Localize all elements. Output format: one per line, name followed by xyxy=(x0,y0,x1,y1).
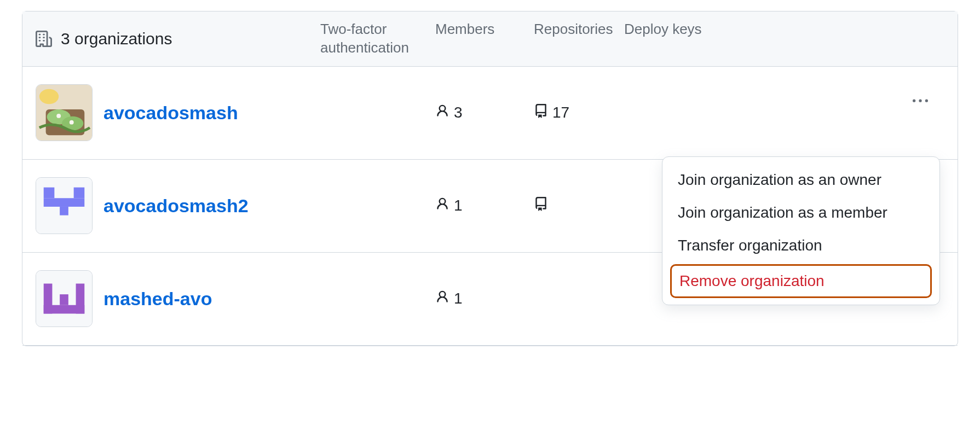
org-main: avocadosmash xyxy=(36,84,320,141)
menu-item-join-owner[interactable]: Join organization as an owner xyxy=(662,164,939,196)
header-title-group: 3 organizations xyxy=(36,30,320,48)
column-header-repositories: Repositories xyxy=(534,20,624,57)
svg-point-1 xyxy=(39,89,59,104)
cell-members: 1 xyxy=(435,197,534,215)
organization-row: avocadosmash 3 17 xyxy=(22,67,958,160)
members-count: 1 xyxy=(454,197,463,214)
organizations-header: 3 organizations Two-factor authenticatio… xyxy=(22,11,958,67)
svg-point-5 xyxy=(56,114,61,118)
org-main: avocadosmash2 xyxy=(36,177,320,234)
org-name-link[interactable]: avocadosmash2 xyxy=(103,195,249,217)
organization-icon xyxy=(36,31,52,47)
svg-rect-9 xyxy=(74,188,85,199)
header-title-text: 3 organizations xyxy=(61,30,172,48)
svg-rect-8 xyxy=(44,188,55,199)
svg-rect-10 xyxy=(44,198,85,207)
column-header-tfa: Two-factor authentication xyxy=(320,20,435,57)
repos-count: 17 xyxy=(552,104,569,121)
menu-item-join-member[interactable]: Join organization as a member xyxy=(662,196,939,229)
person-icon xyxy=(435,290,449,308)
org-columns: 3 17 xyxy=(320,104,944,122)
org-avatar[interactable] xyxy=(36,177,93,234)
menu-item-transfer[interactable]: Transfer organization xyxy=(662,229,939,262)
svg-point-6 xyxy=(70,120,74,125)
org-main: mashed-avo xyxy=(36,270,320,327)
members-count: 3 xyxy=(454,104,463,121)
svg-rect-15 xyxy=(44,305,85,314)
members-count: 1 xyxy=(454,290,463,307)
org-name-link[interactable]: avocadosmash xyxy=(103,102,238,124)
organizations-panel: 3 organizations Two-factor authenticatio… xyxy=(22,11,958,346)
cell-repos xyxy=(534,197,624,215)
repo-icon xyxy=(534,197,548,215)
row-actions-dropdown: Join organization as an owner Join organ… xyxy=(662,156,940,305)
cell-members: 1 xyxy=(435,290,534,308)
menu-item-remove[interactable]: Remove organization xyxy=(670,264,932,298)
header-columns: Two-factor authentication Members Reposi… xyxy=(320,20,944,57)
column-header-deploy-keys: Deploy keys xyxy=(624,20,706,57)
cell-repos: 17 xyxy=(534,104,624,122)
org-name-link[interactable]: mashed-avo xyxy=(103,288,212,310)
org-avatar[interactable] xyxy=(36,270,93,327)
org-avatar[interactable] xyxy=(36,84,93,141)
cell-members: 3 xyxy=(435,104,534,122)
svg-rect-11 xyxy=(60,207,68,215)
svg-rect-16 xyxy=(60,294,68,305)
repo-icon xyxy=(534,104,548,122)
column-header-members: Members xyxy=(435,20,534,57)
person-icon xyxy=(435,104,449,122)
person-icon xyxy=(435,197,449,215)
row-actions-menu-button[interactable] xyxy=(909,93,931,109)
